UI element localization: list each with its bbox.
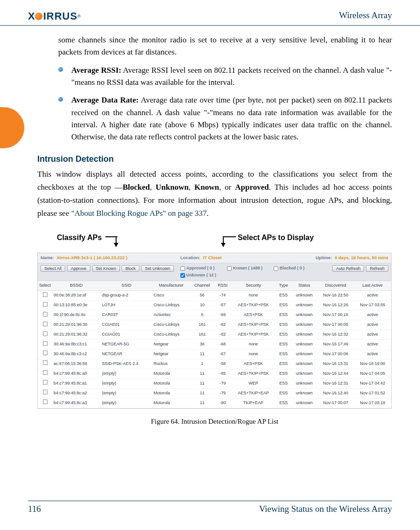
- row-select-cell[interactable]: [38, 349, 52, 359]
- checkbox-icon[interactable]: [43, 312, 48, 317]
- cell: Nov-16 19:00: [354, 359, 391, 369]
- cell: unknown: [291, 301, 317, 310]
- cell: AES+TKIP+PSK: [231, 369, 276, 379]
- col-rssi: RSSI: [214, 281, 231, 290]
- cell: (empty): [101, 388, 152, 398]
- cell: -58: [214, 359, 231, 369]
- cell: SSID-PSK-AES 2.4: [101, 359, 152, 369]
- checkbox-icon[interactable]: [43, 351, 48, 355]
- row-select-cell[interactable]: [38, 369, 52, 379]
- cell: Nov-16 17:49: [317, 340, 354, 350]
- checkbox-icon[interactable]: [43, 341, 48, 346]
- cell: 11: [190, 369, 214, 379]
- row-select-cell[interactable]: [38, 291, 52, 301]
- page-footer: 116 Viewing Status on the Wireless Array: [28, 501, 392, 514]
- row-select-cell[interactable]: [38, 330, 52, 340]
- checkbox-icon[interactable]: [180, 266, 185, 271]
- cell: Cisco-Linksys: [152, 320, 190, 330]
- approve-button[interactable]: Approve: [67, 265, 90, 272]
- auto-refresh-button[interactable]: Auto Refresh: [332, 265, 365, 272]
- checkbox-icon[interactable]: [43, 370, 48, 375]
- cell: active: [354, 320, 391, 330]
- set-known-button[interactable]: Set Known: [92, 265, 120, 272]
- table-body: 00:0e:38:28:1e:afdsp-group-a-2Cisco56-74…: [38, 291, 391, 408]
- col-channel: Channel: [190, 281, 214, 290]
- cell: AES+PSK: [231, 310, 276, 320]
- cell: active: [354, 291, 391, 301]
- cell: 00:21:29:01:96:32: [52, 330, 101, 340]
- cell: Motorola: [152, 379, 190, 388]
- table-row[interactable]: b4:c7:99:45:8c:a3(empty)Motorola11-90TKI…: [38, 398, 391, 408]
- filter-blocked[interactable]: Blocked ( 0 ): [274, 265, 316, 272]
- cell: CGIAG01: [101, 330, 152, 340]
- row-select-cell[interactable]: [38, 340, 52, 350]
- table-row[interactable]: 00:13:10:85:e0:3eLOTJHCisco-Linksys10-57…: [38, 301, 391, 310]
- uptime-label: Uptime:: [316, 255, 332, 260]
- arrow-down-icon: [223, 236, 224, 247]
- checkbox-icon[interactable]: [43, 302, 48, 307]
- row-select-cell[interactable]: [38, 310, 52, 320]
- cell: 00:13:10:85:e0:3e: [52, 301, 101, 310]
- cell: unknown: [291, 369, 317, 379]
- cell: Nov-17 01:52: [354, 388, 391, 398]
- checkbox-icon[interactable]: [43, 399, 48, 404]
- screenshot-panel: Name: Xirrus-XR8-3x3-1 ( 10.100.23.222 )…: [37, 253, 392, 409]
- block-button[interactable]: Block: [122, 265, 139, 272]
- row-select-cell[interactable]: [38, 301, 52, 310]
- table-row[interactable]: 30:46:9a:8b:c3:c2NETGEARNetgear11-67none…: [38, 349, 391, 359]
- checkbox-icon[interactable]: [274, 266, 278, 271]
- cell: 161: [190, 330, 214, 340]
- row-select-cell[interactable]: [38, 359, 52, 369]
- cell: -69: [214, 310, 231, 320]
- col-ssid: SSID: [101, 281, 152, 290]
- row-select-cell[interactable]: [38, 320, 52, 330]
- checkbox-icon[interactable]: [43, 380, 48, 385]
- table-row[interactable]: 00:21:29:01:96:32CGIAG01Cisco-Linksys161…: [38, 330, 391, 340]
- table-row[interactable]: 00:1f:90:de:8c:6cCAR03TActiontec6-69AES+…: [38, 310, 391, 320]
- checkbox-icon[interactable]: [43, 360, 48, 365]
- refresh-button[interactable]: Refresh: [366, 265, 388, 272]
- cell: Nov-17 03:18: [354, 398, 391, 408]
- table-row[interactable]: 30:46:9a:8b:c3:c1NETGEAR-5GNetgear36-68n…: [38, 340, 391, 350]
- cell: 11: [190, 379, 214, 388]
- filter-approved[interactable]: Approved ( 0 ): [180, 265, 222, 272]
- location-value: IT Closet: [203, 255, 221, 260]
- row-select-cell[interactable]: [38, 388, 52, 398]
- bullet-term: Average RSSI:: [71, 66, 121, 75]
- bullet-rssi: Average RSSI: Average RSSI level seen on…: [58, 64, 392, 89]
- table-row[interactable]: b4:c7:99:45:8c:a2(empty)Motorola11-79AES…: [38, 388, 391, 398]
- cell: Nov-17 04:42: [354, 379, 391, 388]
- table-row[interactable]: ac:67:06:15:36:58SSID-PSK-AES 2.4Ruckus1…: [38, 359, 391, 369]
- para-end: .: [207, 209, 208, 218]
- row-select-cell[interactable]: [38, 398, 52, 408]
- annotation-row: Classify APs Select APs to Display: [37, 232, 392, 253]
- filter-unknown[interactable]: Unknown ( 12 ): [180, 272, 222, 279]
- checkbox-icon[interactable]: [43, 322, 48, 326]
- checkbox-icon[interactable]: [43, 390, 48, 394]
- cell: b4:c7:99:45:8c:a1: [52, 379, 101, 388]
- select-all-button[interactable]: Select All: [41, 265, 65, 272]
- filter-known[interactable]: Known ( 1488 ): [227, 265, 269, 272]
- cell: Nov-16 12:32: [317, 330, 354, 340]
- table-row[interactable]: 00:21:29:01:96:30CGIAE01Cisco-Linksys161…: [38, 320, 391, 330]
- cell: unknown: [291, 330, 317, 340]
- table-row[interactable]: 00:0e:38:28:1e:afdsp-group-a-2Cisco56-74…: [38, 291, 391, 301]
- cell: 161: [190, 320, 214, 330]
- cell: TKIP+EAP: [231, 398, 276, 408]
- table-row[interactable]: b4:c7:99:45:8c:a1(empty)Motorola11-79WEP…: [38, 379, 391, 388]
- row-select-cell[interactable]: [38, 379, 52, 388]
- logo-x-glyph: X: [28, 10, 35, 22]
- table-row[interactable]: b4:c7:99:45:8c:a0(empty)Motorola11-85AES…: [38, 369, 391, 379]
- checkbox-icon[interactable]: [43, 331, 48, 336]
- para-b1: Unknown: [156, 183, 189, 192]
- checkbox-icon[interactable]: [43, 292, 48, 297]
- annotation-line-icon: [224, 236, 236, 237]
- checkbox-icon[interactable]: [227, 266, 232, 271]
- brand-logo: X IRRUS ®: [28, 10, 81, 22]
- col-lastactive: Last Active: [354, 281, 391, 290]
- para-b3: Approved: [235, 183, 269, 192]
- cross-reference-link[interactable]: "About Blocking Rogue APs" on page 337: [71, 209, 207, 218]
- checkbox-icon[interactable]: [180, 273, 185, 278]
- cell: ESS: [275, 340, 291, 350]
- set-unknown-button[interactable]: Set Unknown: [141, 265, 174, 272]
